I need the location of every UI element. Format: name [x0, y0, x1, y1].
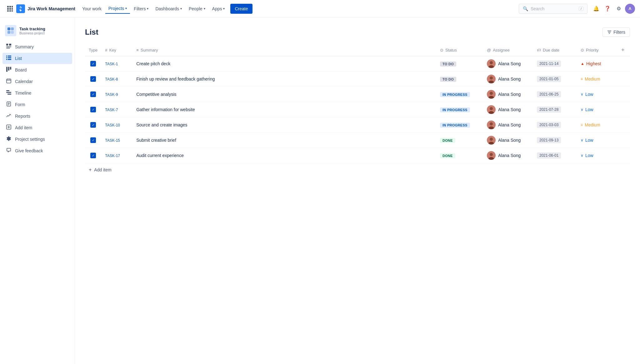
checkbox-cell[interactable]: ✓: [85, 87, 101, 102]
status-cell[interactable]: DONE: [436, 133, 483, 148]
priority-cell[interactable]: ∨ Low: [577, 148, 618, 163]
checkbox-cell[interactable]: ✓: [85, 148, 101, 163]
nav-dashboards[interactable]: Dashboards ▾: [152, 4, 185, 14]
checkbox-cell[interactable]: ✓: [85, 56, 101, 71]
priority-cell[interactable]: ≡ Medium: [577, 117, 618, 133]
status-cell[interactable]: TO DO: [436, 71, 483, 87]
duedate-cell[interactable]: 2021-07-28: [533, 102, 577, 117]
app-logo[interactable]: Jira Work Management: [16, 4, 75, 13]
table-row[interactable]: ✓ TASK-9 Competitive analysis IN PROGRES…: [85, 87, 630, 102]
nav-your-work[interactable]: Your work: [79, 4, 105, 14]
nav-apps[interactable]: Apps ▾: [209, 4, 228, 14]
col-add-header[interactable]: +: [618, 44, 630, 56]
priority-cell[interactable]: ▲ Highest: [577, 56, 618, 71]
duedate-cell[interactable]: 2021-01-05: [533, 71, 577, 87]
task-checkbox[interactable]: ✓: [90, 61, 96, 66]
table-row[interactable]: ✓ TASK-15 Submit creative brief DONE Ala…: [85, 133, 630, 148]
duedate-cell[interactable]: 2021-06-01: [533, 148, 577, 163]
sidebar-item-form[interactable]: Form: [2, 99, 72, 110]
assignee-name: Alana Song: [498, 92, 521, 97]
grid-menu-icon[interactable]: [5, 4, 15, 14]
priority-cell[interactable]: ∨ Low: [577, 102, 618, 117]
checkbox-cell[interactable]: ✓: [85, 71, 101, 87]
nav-filters[interactable]: Filters ▾: [131, 4, 152, 14]
col-assignee-header[interactable]: @ Assignee: [483, 44, 533, 56]
col-priority-header[interactable]: ⊙ Priority: [577, 44, 618, 56]
summary-cell[interactable]: Source and create images: [132, 117, 436, 133]
user-avatar[interactable]: A: [625, 4, 635, 14]
task-checkbox[interactable]: ✓: [90, 107, 96, 112]
nav-projects[interactable]: Projects ▾: [105, 4, 130, 14]
add-column-icon[interactable]: +: [621, 47, 625, 53]
duedate-cell[interactable]: 2021-03-03: [533, 117, 577, 133]
task-key[interactable]: TASK-8: [105, 77, 118, 81]
task-checkbox[interactable]: ✓: [90, 91, 96, 97]
task-key[interactable]: TASK-1: [105, 62, 118, 66]
table-header-row: Type # Key ≡ Summary: [85, 44, 630, 56]
table-row[interactable]: ✓ TASK-10 Source and create images IN PR…: [85, 117, 630, 133]
svg-rect-13: [6, 44, 8, 46]
sidebar-item-board[interactable]: Board: [2, 64, 72, 76]
sidebar-item-project-settings[interactable]: Project settings: [2, 134, 72, 145]
nav-people[interactable]: People ▾: [186, 4, 208, 14]
summary-cell[interactable]: Submit creative brief: [132, 133, 436, 148]
priority-cell[interactable]: ≡ Medium: [577, 71, 618, 87]
summary-cell[interactable]: Finish up review and feedback gathering: [132, 71, 436, 87]
status-cell[interactable]: IN PROGRESS: [436, 102, 483, 117]
sidebar-item-timeline[interactable]: Timeline: [2, 87, 72, 99]
sidebar-item-give-feedback[interactable]: Give feedback: [2, 145, 72, 156]
status-cell[interactable]: IN PROGRESS: [436, 117, 483, 133]
col-status-header[interactable]: ⊙ Status: [436, 44, 483, 56]
summary-cell[interactable]: Competitive analysis: [132, 87, 436, 102]
priority-cell[interactable]: ∨ Low: [577, 87, 618, 102]
duedate-icon: 🏷: [537, 48, 541, 52]
sidebar-item-add-item[interactable]: Add item: [2, 122, 72, 133]
checkbox-cell[interactable]: ✓: [85, 117, 101, 133]
checkbox-cell[interactable]: ✓: [85, 133, 101, 148]
add-item-row[interactable]: + Add item: [85, 163, 630, 177]
status-cell[interactable]: IN PROGRESS: [436, 87, 483, 102]
task-key[interactable]: TASK-10: [105, 123, 120, 127]
task-key[interactable]: TASK-17: [105, 154, 120, 158]
checkbox-cell[interactable]: ✓: [85, 102, 101, 117]
assignee-cell: Alana Song: [483, 102, 533, 117]
summary-cell[interactable]: Audit current experience: [132, 148, 436, 163]
col-summary-header[interactable]: ≡ Summary: [132, 44, 436, 56]
sidebar-item-calendar[interactable]: Calendar: [2, 76, 72, 87]
table-row[interactable]: ✓ TASK-1 Create pitch deck TO DO Alana S…: [85, 56, 630, 71]
sidebar-item-summary[interactable]: Summary: [2, 41, 72, 52]
filters-button[interactable]: Filters: [602, 27, 630, 37]
topnav: Jira Work Management Your work Projects …: [0, 0, 640, 17]
priority-label: Medium: [585, 76, 600, 81]
sidebar-item-reports[interactable]: Reports: [2, 111, 72, 122]
svg-rect-8: [12, 10, 13, 12]
duedate-cell[interactable]: 2021-11-14: [533, 56, 577, 71]
task-key[interactable]: TASK-9: [105, 92, 118, 97]
duedate-cell[interactable]: 2021-06-25: [533, 87, 577, 102]
status-cell[interactable]: TO DO: [436, 56, 483, 71]
table-row[interactable]: ✓ TASK-8 Finish up review and feedback g…: [85, 71, 630, 87]
task-checkbox[interactable]: ✓: [90, 137, 96, 143]
search-box[interactable]: 🔍 Search /: [519, 4, 588, 14]
notifications-icon[interactable]: 🔔: [591, 4, 601, 14]
task-key[interactable]: TASK-15: [105, 138, 120, 143]
col-duedate-header[interactable]: 🏷 Due date: [533, 44, 577, 56]
duedate-cell[interactable]: 2021-09-13: [533, 133, 577, 148]
help-icon[interactable]: ❓: [602, 4, 612, 14]
add-item-cell[interactable]: + Add item: [85, 163, 630, 177]
task-checkbox[interactable]: ✓: [90, 153, 96, 158]
table-row[interactable]: ✓ TASK-17 Audit current experience DONE …: [85, 148, 630, 163]
svg-point-62: [490, 153, 493, 156]
priority-cell[interactable]: ∨ Low: [577, 133, 618, 148]
summary-cell[interactable]: Gather information for website: [132, 102, 436, 117]
status-cell[interactable]: DONE: [436, 148, 483, 163]
create-button[interactable]: Create: [230, 4, 252, 14]
table-row[interactable]: ✓ TASK-7 Gather information for website …: [85, 102, 630, 117]
settings-icon[interactable]: ⚙: [614, 4, 624, 14]
sidebar-item-list[interactable]: List: [2, 53, 72, 64]
task-checkbox[interactable]: ✓: [90, 122, 96, 128]
task-checkbox[interactable]: ✓: [90, 76, 96, 82]
col-key-header[interactable]: # Key: [101, 44, 132, 56]
summary-cell[interactable]: Create pitch deck: [132, 56, 436, 71]
task-key[interactable]: TASK-7: [105, 108, 118, 112]
